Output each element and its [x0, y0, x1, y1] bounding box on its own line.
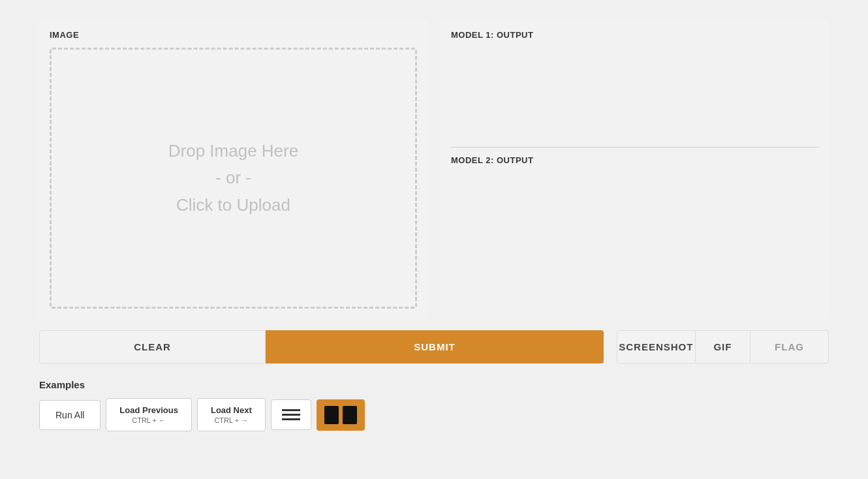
load-previous-button[interactable]: Load Previous CTRL + ←	[106, 398, 192, 431]
upload-text: Drop Image Here - or - Click to Upload	[168, 138, 298, 219]
clear-button[interactable]: CLEAR	[39, 330, 266, 363]
gif-button[interactable]: GIF	[696, 330, 751, 363]
examples-section: Examples Run All Load Previous CTRL + ← …	[39, 379, 829, 431]
run-all-button[interactable]: Run All	[39, 400, 101, 430]
action-buttons-row: CLEAR SUBMIT SCREENSHOT GIF FLAG	[39, 330, 829, 363]
model2-output	[451, 173, 818, 264]
submit-button[interactable]: SUBMIT	[266, 330, 604, 363]
load-next-label: Load Next	[211, 405, 252, 415]
screenshot-button[interactable]: SCREENSHOT	[617, 330, 696, 363]
model1-label: MODEL 1: OUTPUT	[451, 30, 818, 40]
right-buttons-group: SCREENSHOT GIF FLAG	[604, 330, 829, 363]
menu-line-3	[282, 418, 300, 420]
upload-line1: Drop Image Here	[168, 141, 298, 161]
output-panel: MODEL 1: OUTPUT MODEL 2: OUTPUT	[441, 20, 829, 320]
menu-button[interactable]	[271, 399, 311, 430]
examples-label: Examples	[39, 379, 829, 390]
menu-line-2	[282, 414, 300, 416]
upload-area[interactable]: Drop Image Here - or - Click to Upload	[50, 48, 417, 309]
flag-button[interactable]: FLAG	[751, 330, 829, 363]
output-divider	[451, 147, 818, 147]
examples-buttons: Run All Load Previous CTRL + ← Load Next…	[39, 398, 829, 431]
image-panel: IMAGE Drop Image Here - or - Click to Up…	[39, 20, 427, 320]
main-container: IMAGE Drop Image Here - or - Click to Up…	[39, 20, 829, 431]
model2-section: MODEL 2: OUTPUT	[451, 155, 818, 264]
toggle-block-1	[324, 406, 339, 424]
toggle-block-2	[343, 406, 357, 424]
load-next-shortcut: CTRL + →	[211, 416, 252, 424]
panels-row: IMAGE Drop Image Here - or - Click to Up…	[39, 20, 829, 320]
image-panel-label: IMAGE	[50, 30, 417, 40]
upload-line3: Click to Upload	[176, 195, 290, 215]
view-toggle-button[interactable]	[317, 399, 365, 431]
model1-section: MODEL 1: OUTPUT	[451, 30, 818, 139]
upload-line2: - or -	[215, 168, 251, 187]
load-previous-label: Load Previous	[119, 405, 178, 415]
model2-label: MODEL 2: OUTPUT	[451, 155, 818, 165]
model1-output	[451, 48, 818, 139]
menu-line-1	[282, 409, 300, 411]
load-previous-shortcut: CTRL + ←	[119, 416, 178, 424]
load-next-button[interactable]: Load Next CTRL + →	[197, 398, 266, 431]
